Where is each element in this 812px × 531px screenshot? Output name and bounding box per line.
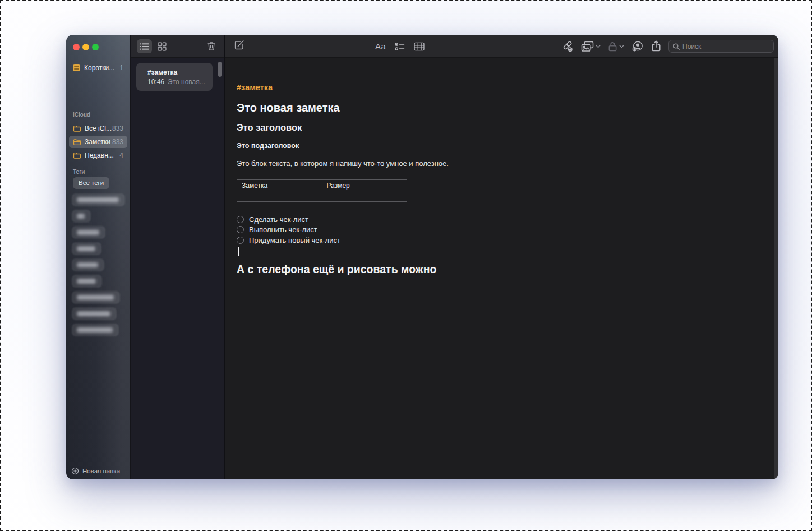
tag-pill-blurred[interactable]: [72, 275, 102, 288]
trash-icon: [207, 41, 216, 51]
blurred-tag-text: [77, 279, 96, 284]
notes-list-toolbar: [131, 35, 224, 58]
table-header-cell[interactable]: Заметка: [237, 180, 322, 192]
collaborate-button[interactable]: [631, 40, 644, 52]
note-heading: Это заголовок: [237, 122, 762, 133]
tag-pill-blurred[interactable]: [72, 210, 91, 223]
notes-list-body: #заметка 10:46 Это новая...: [131, 58, 224, 479]
notes-list-column: #заметка 10:46 Это новая...: [131, 35, 225, 479]
sidebar-item-label: Недавн...: [85, 151, 114, 159]
sidebar-section-tags: Теги: [73, 169, 85, 175]
gallery-view-icon: [158, 42, 167, 51]
tag-pill-blurred[interactable]: [72, 258, 104, 271]
add-link-button[interactable]: [561, 40, 574, 52]
checklist-icon: [395, 42, 405, 51]
blurred-tag-text: [77, 197, 119, 202]
blurred-tag-text: [77, 327, 113, 333]
editor-pane: Aa: [225, 35, 778, 479]
text-format-button[interactable]: Aa: [375, 41, 386, 51]
checklist-label: Придумать новый чек-лист: [249, 236, 340, 244]
sidebar-folder-list: Все iCl... 833 Заметки 833 Недавн... 4: [69, 122, 127, 161]
zoom-window-button[interactable]: [92, 44, 99, 50]
sidebar-item-recent[interactable]: Недавн... 4: [69, 149, 127, 161]
folder-icon: [73, 152, 81, 159]
tag-pill-blurred[interactable]: [72, 226, 105, 239]
table-cell[interactable]: [322, 192, 407, 202]
chevron-down-icon: [619, 45, 624, 48]
notes-app-window: Коротки... 1 iCloud Все iCl... 833 Замет…: [66, 35, 778, 479]
sidebar-item-count: 1: [119, 64, 123, 72]
list-view-icon: [140, 43, 149, 50]
sidebar-item-quick-notes[interactable]: Коротки... 1: [69, 62, 127, 74]
search-field[interactable]: [668, 40, 774, 53]
table-icon: [414, 42, 425, 51]
blurred-tag-text: [77, 295, 114, 300]
lock-icon: [608, 41, 617, 52]
sidebar-item-label: Коротки...: [84, 64, 114, 72]
window-controls: [73, 44, 99, 50]
tag-pill-blurred[interactable]: [72, 307, 117, 320]
search-input[interactable]: [682, 43, 769, 50]
sidebar-item-count: 833: [112, 124, 123, 132]
blurred-tag-text: [77, 311, 110, 316]
close-window-button[interactable]: [73, 44, 80, 50]
add-person-icon: [631, 40, 644, 52]
folder-icon: [73, 138, 81, 146]
gallery-view-button[interactable]: [154, 39, 169, 53]
sidebar: Коротки... 1 iCloud Все iCl... 833 Замет…: [66, 35, 131, 479]
compose-icon: [234, 40, 244, 50]
checkbox-circle[interactable]: [237, 226, 244, 233]
note-title: Это новая заметка: [237, 101, 762, 114]
note-table[interactable]: Заметка Размер: [237, 179, 407, 202]
minimize-window-button[interactable]: [82, 44, 89, 50]
list-view-button[interactable]: [137, 39, 152, 53]
note-item-title: #заметка: [147, 68, 208, 76]
table-cell[interactable]: [237, 192, 322, 202]
editor-toolbar: Aa: [225, 35, 778, 58]
note-footer-title: А с телефона ещё и рисовать можно: [237, 263, 762, 276]
chevron-down-icon: [596, 45, 601, 48]
new-folder-button[interactable]: Новая папка: [71, 467, 120, 475]
checklist-item: Придумать новый чек-лист: [237, 236, 762, 244]
share-button[interactable]: [651, 40, 661, 52]
checkbox-circle[interactable]: [237, 237, 244, 244]
sidebar-item-notes[interactable]: Заметки 833: [69, 136, 127, 148]
sidebar-item-label: Все iCl...: [85, 124, 112, 132]
tag-pill-blurred[interactable]: [72, 193, 125, 206]
tag-pill-blurred[interactable]: [72, 291, 120, 304]
checkbox-circle[interactable]: [237, 216, 244, 223]
note-subheading: Это подзаголовок: [237, 142, 762, 150]
note-item-preview: Это новая...: [168, 78, 205, 86]
blurred-tag-text: [77, 262, 98, 267]
table-button[interactable]: [414, 42, 425, 51]
toolbar-right-group: [561, 35, 774, 58]
tag-pill-blurred[interactable]: [72, 242, 101, 255]
table-row: [237, 192, 407, 202]
search-icon: [673, 43, 680, 50]
folder-icon: [73, 125, 81, 132]
checklist-item: Сделать чек-лист: [237, 215, 762, 224]
blurred-tags: [72, 193, 125, 336]
sidebar-item-label: Заметки: [85, 138, 110, 146]
checklist: Сделать чек-лист Выполнить чек-лист Прид…: [237, 215, 762, 244]
media-button[interactable]: [581, 41, 601, 52]
all-tags-pill[interactable]: Все теги: [73, 177, 109, 189]
note-list-item[interactable]: #заметка 10:46 Это новая...: [136, 63, 213, 91]
table-header-cell[interactable]: Размер: [322, 180, 407, 192]
new-note-button[interactable]: [234, 40, 244, 50]
note-paragraph: Это блок текста, в котором я напишу что-…: [237, 159, 762, 168]
link-icon: [561, 40, 574, 52]
checklist-button[interactable]: [395, 42, 405, 51]
tag-pill-blurred[interactable]: [72, 324, 119, 336]
sidebar-item-count: 4: [119, 151, 123, 159]
editor-scrollbar-gutter[interactable]: [774, 58, 778, 479]
delete-note-button[interactable]: [204, 39, 219, 53]
quick-notes-icon: [73, 64, 80, 71]
table-header-row: Заметка Размер: [237, 180, 407, 192]
list-scrollbar-thumb[interactable]: [218, 62, 222, 77]
new-folder-label: Новая папка: [82, 468, 120, 474]
sidebar-item-all-icloud[interactable]: Все iCl... 833: [69, 122, 127, 135]
note-editor-body[interactable]: #заметка Это новая заметка Это заголовок…: [225, 58, 778, 479]
note-item-time: 10:46: [147, 78, 164, 86]
note-hashtag[interactable]: #заметка: [237, 83, 762, 92]
